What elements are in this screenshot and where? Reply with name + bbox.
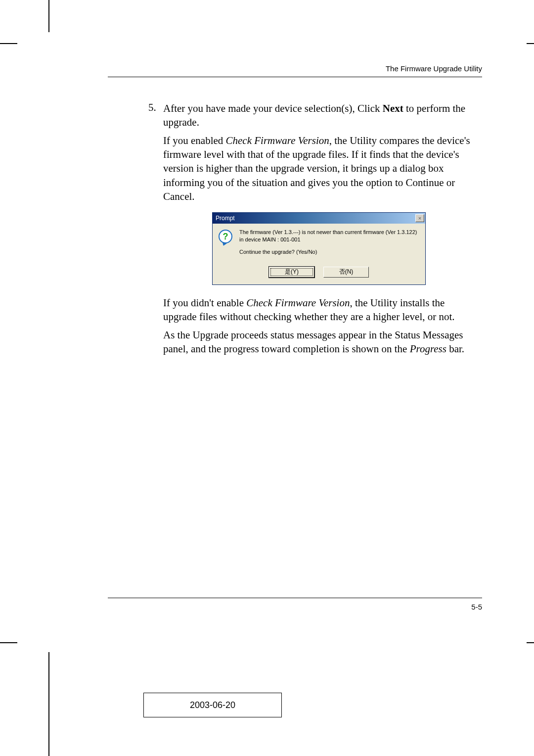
crop-mark	[0, 642, 17, 643]
dialog-message-line1: The firmware (Ver 1.3.---) is not newer …	[239, 229, 419, 243]
header-section-title: The Firmware Upgrade Utility	[386, 64, 482, 73]
dialog-titlebar: Prompt ×	[213, 213, 425, 224]
yes-button-label: 是(Y)	[285, 268, 299, 276]
text: If you didn't enable	[163, 297, 246, 309]
footer-rule	[108, 598, 482, 598]
bold-next: Next	[383, 102, 403, 114]
italic-check-firmware: Check Firmware Version	[226, 135, 329, 146]
crop-mark	[527, 642, 534, 643]
content-body: 5. After you have made your device selec…	[163, 101, 475, 360]
header-rule	[108, 77, 482, 77]
page-number: 5-5	[471, 603, 482, 611]
italic-progress: Progress	[410, 343, 446, 355]
dialog-message-text: The firmware (Ver 1.3.---) is not newer …	[239, 229, 419, 256]
dialog-button-row: 是(Y) 否(N)	[219, 267, 419, 278]
question-bubble: ?	[219, 230, 232, 243]
step-para-1: After you have made your device selectio…	[163, 101, 475, 130]
text: If you enabled	[163, 135, 226, 146]
dialog-title: Prompt	[216, 215, 415, 222]
step-para-3: If you didn't enable Check Firmware Vers…	[163, 296, 475, 324]
close-icon: ×	[418, 215, 421, 221]
yes-button[interactable]: 是(Y)	[269, 267, 314, 278]
dialog-screenshot: Prompt × ? The firmware (Ver 1.3.---) is…	[212, 212, 426, 285]
text: bar.	[446, 343, 464, 355]
step-para-2: If you enabled Check Firmware Version, t…	[163, 134, 475, 204]
dialog-body: ? The firmware (Ver 1.3.---) is not newe…	[213, 224, 425, 284]
no-button-label: 否(N)	[339, 268, 354, 276]
no-button[interactable]: 否(N)	[323, 267, 369, 278]
crop-mark	[48, 0, 49, 32]
dialog-message-row: ? The firmware (Ver 1.3.---) is not newe…	[219, 229, 419, 256]
prompt-dialog: Prompt × ? The firmware (Ver 1.3.---) is…	[212, 212, 426, 285]
crop-mark	[0, 43, 17, 44]
close-button[interactable]: ×	[415, 214, 424, 222]
step-number: 5.	[148, 101, 156, 114]
crop-mark	[527, 43, 534, 44]
step-para-4: As the Upgrade proceeds status messages …	[163, 328, 475, 356]
text: After you have made your device selectio…	[163, 102, 383, 114]
italic-check-firmware: Check Firmware Version	[246, 297, 350, 309]
date-text: 2003-06-20	[190, 700, 235, 710]
question-icon: ?	[219, 230, 233, 244]
bubble-tail	[221, 242, 227, 247]
crop-mark	[48, 652, 49, 756]
question-glyph: ?	[223, 232, 228, 242]
dialog-message-line2: Continue the upgrade? (Yes/No)	[239, 248, 419, 256]
date-box: 2003-06-20	[143, 693, 282, 717]
